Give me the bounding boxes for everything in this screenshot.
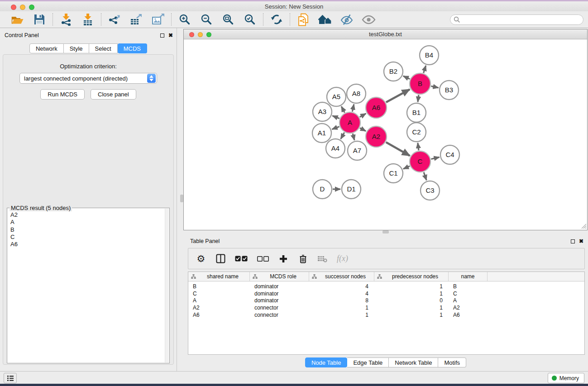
mcds-result-item[interactable]: B (10, 226, 166, 234)
column-layout-icon[interactable] (215, 252, 225, 266)
graph-node-C4[interactable]: C4 (440, 145, 459, 164)
refresh-view-icon[interactable] (269, 12, 284, 27)
graph-edge-A-A4[interactable] (341, 133, 344, 139)
column-header[interactable]: MCDS role (250, 272, 309, 281)
zoom-fit-icon[interactable] (221, 12, 235, 27)
mcds-result-item[interactable]: A (10, 219, 166, 226)
graph-node-B2[interactable]: B2 (384, 62, 403, 81)
tab-edge-table[interactable]: Edge Table (347, 357, 389, 367)
graph-node-C1[interactable]: C1 (384, 164, 403, 183)
window-resize-grip[interactable] (581, 223, 587, 229)
network-canvas[interactable]: B4B2BB3A5A8A6B1A3AC2A1A2A4A7C4CC1C3DD1 (184, 39, 587, 229)
graph-edge-B-B4[interactable] (424, 66, 426, 73)
select-all-columns-icon[interactable] (235, 252, 248, 266)
graph-node-A7[interactable]: A7 (348, 141, 367, 160)
graph-node-A2[interactable]: A2 (366, 126, 387, 147)
graph-edge-B-B1[interactable] (418, 95, 419, 102)
graph-edge-A-A6[interactable] (360, 114, 366, 117)
memory-button[interactable]: Memory (548, 373, 584, 383)
optimization-criterion-select[interactable]: largest connected component (directed) (19, 73, 157, 84)
graph-node-D[interactable]: D (313, 180, 332, 199)
add-column-icon[interactable] (278, 252, 288, 266)
graph-node-A[interactable]: A (339, 112, 360, 133)
graph-edge-A-A5[interactable] (341, 106, 344, 113)
graph-node-A6[interactable]: A6 (366, 97, 387, 118)
table-row[interactable]: Bdominator41B (188, 283, 584, 290)
table-settings-gear-icon[interactable]: ⚙ (196, 252, 206, 266)
save-session-icon[interactable] (32, 12, 47, 27)
tab-network-table[interactable]: Network Table (389, 357, 438, 367)
float-panel-icon[interactable] (160, 33, 164, 38)
mcds-result-item[interactable]: C (10, 234, 166, 241)
run-mcds-button[interactable]: Run MCDS (40, 89, 85, 100)
graph-edge-B-B3[interactable] (431, 86, 438, 88)
import-network-icon[interactable] (59, 12, 73, 27)
zoom-selected-icon[interactable] (243, 12, 257, 27)
graph-node-B[interactable]: B (410, 73, 430, 94)
tab-network[interactable]: Network (29, 43, 64, 53)
vertical-splitter-grip[interactable] (180, 195, 183, 202)
graph-node-A1[interactable]: A1 (312, 124, 331, 143)
tab-node-table[interactable]: Node Table (305, 357, 348, 367)
graph-node-D1[interactable]: D1 (342, 180, 361, 199)
deselect-all-columns-icon[interactable] (257, 252, 269, 266)
mcds-result-item[interactable]: A2 (10, 211, 166, 219)
column-header[interactable]: successor nodes (309, 272, 374, 281)
import-table-icon[interactable] (81, 12, 95, 27)
graph-node-B4[interactable]: B4 (420, 46, 439, 65)
graph-node-A3[interactable]: A3 (313, 102, 332, 121)
close-network-window-button[interactable] (189, 32, 194, 37)
result-scrollbar[interactable] (165, 209, 169, 362)
export-network-icon[interactable] (107, 12, 122, 27)
graph-edge-A-A3[interactable] (332, 116, 339, 119)
table-row[interactable]: Cdominator41C (188, 290, 584, 297)
networks-home-icon[interactable] (318, 12, 332, 27)
graph-node-A4[interactable]: A4 (326, 139, 345, 158)
graph-edge-A2-C[interactable] (386, 142, 410, 156)
search-input[interactable] (450, 14, 583, 25)
graph-node-A5[interactable]: A5 (327, 87, 346, 106)
graph-node-C2[interactable]: C2 (407, 123, 426, 142)
clone-network-icon[interactable] (296, 12, 311, 27)
table-row[interactable]: Adominator80A (188, 297, 584, 304)
task-history-button[interactable] (4, 373, 17, 383)
tab-select[interactable]: Select (89, 43, 118, 53)
export-image-icon[interactable] (151, 12, 165, 27)
graph-edge-A-A1[interactable] (332, 127, 339, 129)
graph-node-B3[interactable]: B3 (440, 81, 459, 100)
graph-edge-A-A7[interactable] (353, 133, 354, 140)
minimize-network-window-button[interactable] (198, 32, 203, 37)
table-row[interactable]: A6connector11A6 (188, 311, 584, 319)
mcds-result-item[interactable]: A6 (10, 241, 166, 248)
column-header[interactable]: shared name (188, 272, 250, 281)
delete-column-trash-icon[interactable] (298, 252, 308, 266)
graph-edge-B-B2[interactable] (403, 76, 410, 79)
graph-edge-A6-B[interactable] (386, 89, 410, 102)
graph-edge-A-A8[interactable] (352, 104, 354, 111)
graph-node-B1[interactable]: B1 (407, 103, 426, 122)
graph-node-C3[interactable]: C3 (421, 181, 440, 200)
close-window-button[interactable] (11, 5, 16, 10)
graph-edge-A-A2[interactable] (360, 128, 366, 131)
tab-mcds[interactable]: MCDS (118, 43, 147, 53)
graph-node-A8[interactable]: A8 (347, 84, 366, 103)
zoom-out-icon[interactable] (199, 12, 214, 27)
zoom-network-window-button[interactable] (206, 32, 211, 37)
export-table-icon[interactable] (129, 12, 143, 27)
eye-slash-icon[interactable] (339, 12, 354, 27)
close-panel-button[interactable]: Close panel (91, 89, 136, 100)
graph-edge-C-C4[interactable] (431, 157, 439, 159)
zoom-window-button[interactable] (29, 5, 34, 10)
graph-node-C[interactable]: C (410, 151, 430, 172)
column-header[interactable]: predecessor nodes (374, 272, 449, 281)
open-session-icon[interactable] (10, 12, 25, 27)
zoom-in-icon[interactable] (177, 12, 192, 27)
graph-edge-C-C3[interactable] (424, 172, 426, 181)
graph-edge-C-C2[interactable] (418, 143, 419, 150)
float-table-panel-icon[interactable] (571, 239, 575, 243)
column-header[interactable]: name (449, 272, 488, 281)
graph-edge-C-C1[interactable] (403, 166, 410, 169)
close-table-panel-icon[interactable]: ✖ (579, 238, 583, 244)
tab-style[interactable]: Style (64, 43, 89, 53)
horizontal-splitter-grip[interactable] (382, 230, 389, 234)
